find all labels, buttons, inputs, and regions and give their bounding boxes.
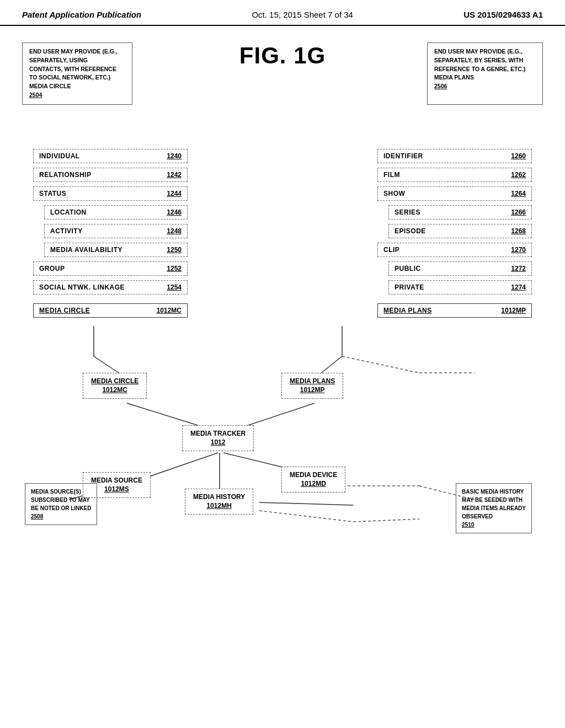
list-item: INDIVIDUAL 1240 xyxy=(33,149,188,163)
right-column: IDENTIFIER 1260 FILM 1262 SHOW 1264 SERI… xyxy=(377,149,532,318)
media-circle-node: MEDIA CIRCLE 1012MC xyxy=(83,373,147,399)
list-item: ACTIVITY 1248 xyxy=(44,224,188,238)
media-history-node: MEDIA HISTORY 1012MH xyxy=(185,489,253,515)
annotation-2510: BASIC MEDIA HISTORY MAY BE SEEDED WITH M… xyxy=(456,483,532,533)
list-item: CLIP 1270 xyxy=(377,243,532,257)
media-plans-box: MEDIA PLANS 1012MP xyxy=(377,303,532,318)
list-item: RELATIONSHIP 1242 xyxy=(33,168,188,182)
left-column: INDIVIDUAL 1240 RELATIONSHIP 1242 STATUS… xyxy=(33,149,188,318)
list-item: EPISODE 1268 xyxy=(388,224,532,238)
list-item: LOCATION 1246 xyxy=(44,205,188,220)
columns-section: INDIVIDUAL 1240 RELATIONSHIP 1242 STATUS… xyxy=(22,149,543,318)
annotation-left: END USER MAY PROVIDE (E.G., SEPARATELY, … xyxy=(22,42,132,105)
media-circle-box: MEDIA CIRCLE 1012MC xyxy=(33,303,188,318)
header-right: US 2015/0294633 A1 xyxy=(463,10,543,19)
header-left: Patent Application Publication xyxy=(22,10,141,19)
media-plans-node: MEDIA PLANS 1012MP xyxy=(281,373,343,399)
header: Patent Application Publication Oct. 15, … xyxy=(0,0,565,26)
svg-line-11 xyxy=(342,356,419,373)
annotation-2508: MEDIA SOURCE(S) SUBSCRIBED TO MAY BE NOT… xyxy=(25,483,97,525)
list-item: IDENTIFIER 1260 xyxy=(377,149,532,163)
media-device-node: MEDIA DEVICE 1012MD xyxy=(281,467,345,493)
list-item: SERIES 1266 xyxy=(388,205,532,220)
svg-line-10 xyxy=(259,502,353,505)
list-item: PUBLIC 1272 xyxy=(388,261,532,276)
annotation-right: END USER MAY PROVIDE (E.G., SEPARATELY, … xyxy=(427,42,543,105)
media-tracker-node: MEDIA TRACKER 1012 xyxy=(182,425,254,452)
list-item: SOCIAL NTWK. LINKAGE 1254 xyxy=(33,280,188,295)
bottom-diagram: MEDIA CIRCLE 1012MC MEDIA PLANS 1012MP M… xyxy=(22,323,543,555)
page: Patent Application Publication Oct. 15, … xyxy=(0,0,565,728)
list-item: SHOW 1264 xyxy=(377,186,532,201)
svg-line-16 xyxy=(353,519,419,522)
diagram-area: FIG. 1G END USER MAY PROVIDE (E.G., SEPA… xyxy=(0,42,565,555)
list-item: PRIVATE 1274 xyxy=(388,280,532,295)
svg-line-15 xyxy=(259,511,353,522)
list-item: GROUP 1252 xyxy=(33,261,188,276)
list-item: FILM 1262 xyxy=(377,168,532,182)
list-item: STATUS 1244 xyxy=(33,186,188,201)
list-item: MEDIA AVAILABILITY 1250 xyxy=(44,243,188,257)
header-center: Oct. 15, 2015 Sheet 7 of 34 xyxy=(252,10,353,19)
